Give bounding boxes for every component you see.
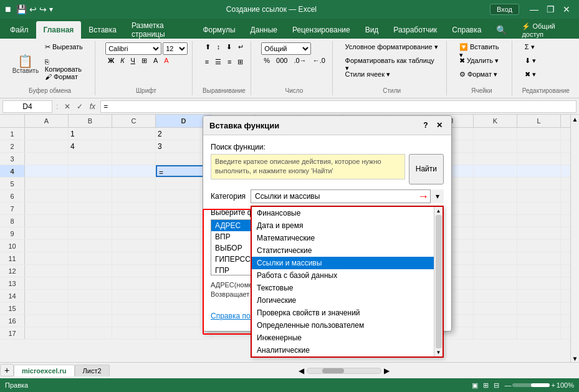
dropdown-scroll-up[interactable]: ▲ (436, 208, 441, 214)
dropdown-scroll-down[interactable]: ▼ (436, 350, 441, 355)
dropdown-item-data-vremya[interactable]: Дата и время (252, 219, 443, 232)
dropdown-scrollbar[interactable]: ▲ ▼ (434, 207, 443, 356)
search-hint-content: Введите краткое описание действия, котор… (215, 158, 381, 174)
dropdown-item-inzhenernye[interactable]: Инженерные (252, 332, 443, 344)
category-dropdown-list: Финансовые Дата и время Математические С… (251, 206, 444, 358)
search-hint-text: Введите краткое описание действия, котор… (211, 154, 405, 179)
dropdown-item-finansovye[interactable]: Финансовые (252, 207, 443, 219)
dialog-close-button[interactable]: ✕ (434, 120, 445, 131)
dialog-title-buttons: ? ✕ (420, 120, 445, 131)
dialog-body: Поиск функции: Введите краткое описание … (203, 135, 451, 331)
category-row: Категория → ▾ Финансовые Дата и (211, 189, 444, 203)
dropdown-item-baza[interactable]: Работа с базой данных (252, 269, 443, 282)
dialog-title-bar: Вставка функции ? ✕ (203, 116, 451, 135)
dropdown-item-analiticheskie[interactable]: Аналитические (252, 344, 443, 356)
dropdown-item-statisticheskie[interactable]: Статистические (252, 244, 443, 257)
dropdown-item-tekstovye[interactable]: Текстовые (252, 282, 443, 294)
category-dropdown-button[interactable]: ▾ (430, 189, 444, 203)
category-label-text: Категория (211, 192, 246, 201)
app-window: ■ 💾 ↩ ↪ ▾ Создание ссылок — Excel Вход —… (0, 0, 579, 392)
dropdown-item-matematicheskie[interactable]: Математические (252, 232, 443, 244)
dialog-title-text: Вставка функции (209, 121, 279, 130)
dropdown-item-ssylki-massivy[interactable]: Ссылки и массивы (252, 257, 443, 269)
dropdown-item-proverka[interactable]: Проверка свойств и значений (252, 307, 443, 319)
dialog-help-icon-btn[interactable]: ? (420, 120, 431, 131)
sheet-area: A B C D E F G H I J K L 1 (0, 115, 579, 378)
search-label: Поиск функции: (211, 143, 444, 151)
category-select[interactable] (251, 189, 444, 203)
insert-function-dialog: Вставка функции ? ✕ Поиск функции: Введи… (203, 115, 452, 332)
category-select-wrapper: → ▾ Финансовые Дата и время Математическ… (251, 189, 444, 203)
dialog-overlay: Вставка функции ? ✕ Поиск функции: Введи… (0, 115, 579, 378)
find-button[interactable]: Найти (409, 154, 444, 184)
category-label: Категория (211, 192, 246, 201)
dropdown-item-logicheskie[interactable]: Логические (252, 294, 443, 307)
dropdown-item-polzovatel[interactable]: Определенные пользователем (252, 319, 443, 332)
